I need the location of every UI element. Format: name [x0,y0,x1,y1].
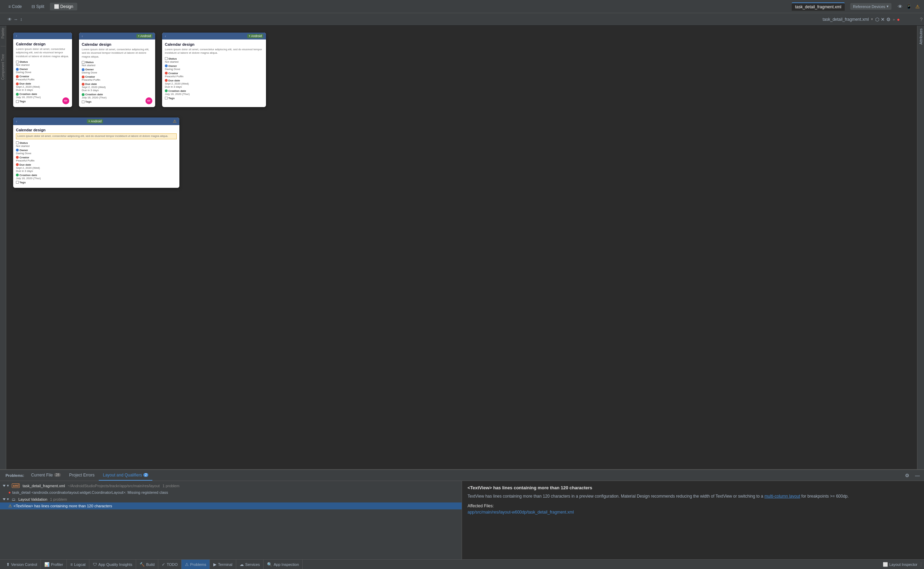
app-quality-label: App Quality Insights [99,563,132,567]
eye-icon[interactable]: 👁 [897,3,903,10]
status-app-inspection[interactable]: 🔍 App Inspection [264,560,303,569]
status-version-control[interactable]: ⬆ Version Control [3,560,41,569]
status-build[interactable]: 🔨 Build [136,560,158,569]
attributes-panel: Attributes [917,26,924,469]
tab-code[interactable]: ≡ Code [4,3,26,11]
layout-validation-text: Layout Validation [18,497,47,501]
card-header-warning: ‹ + Android ⚠ [13,117,179,125]
status-icon-l [165,57,168,60]
settings-icon[interactable]: ⚙ [886,17,891,22]
due-icon-w [16,163,19,166]
problem-item-coordinatorlayout[interactable]: ● task_detail <androidx.coordinatorlayou… [0,489,462,496]
status-layout-inspector[interactable]: ⬜ Layout Inspector [879,562,921,567]
reference-devices-button[interactable]: Reference Devices ▾ [850,3,891,10]
card-body-large: Calendar design Lorem ipsum dolor sit am… [162,40,266,103]
tab-split[interactable]: ⊟ Split [27,3,49,11]
minimize-icon-btn[interactable]: — [913,472,921,479]
settings-icon-btn[interactable]: ⚙ [904,472,911,479]
code-icon: ≡ [8,4,11,9]
app-quality-icon: 🛡 [93,562,97,567]
status-profiler[interactable]: 📊 Profiler [41,560,67,569]
task-detail-count: 1 problem [162,484,179,488]
owner-icon-m [82,68,85,71]
tab-current-file[interactable]: Current File 28 [27,470,65,481]
crosshair-icon[interactable]: ✕ [881,17,885,22]
tags-icon-s [16,100,19,103]
layout-validation-count: 1 problem [50,497,67,501]
canvas-area: ‹ Calendar design Lorem ipsum dolor sit … [6,26,917,469]
detail-title: <TextView> has lines containing more tha… [467,485,918,490]
editor-mode-tabs: ≡ Code ⊟ Split ⬜ Design [4,3,77,11]
filename-caret: ▾ [871,17,873,21]
terminal-label: Terminal [218,563,232,567]
owner-icon-l [165,64,168,67]
card-desc-highlighted: Lorem ipsum dolor sit amet, consectetur … [16,134,177,139]
creator-icon-m [82,76,85,78]
tab-project-errors[interactable]: Project Errors [65,470,99,481]
coordinatorlayout-error-text: task_detail <androidx.coordinatorlayout.… [12,490,168,494]
fit-icon[interactable]: ↔ [14,17,18,22]
due-icon-m [82,83,85,85]
current-file-badge: 28 [54,473,61,477]
card-close-large[interactable]: ‹ [165,34,166,38]
design-icon: ⬜ [54,4,59,9]
card-body-warning: Calendar design Lorem ipsum dolor sit am… [13,125,179,187]
phone-icon[interactable]: 📱 [905,3,913,10]
expand-icon-layout [3,498,6,501]
status-logcat[interactable]: ≡ Logcat [67,560,90,569]
constraint-icon[interactable]: ⬡ [875,17,879,22]
status-terminal[interactable]: ▶ Terminal [210,560,236,569]
status-app-quality[interactable]: 🛡 App Quality Insights [90,560,136,569]
android-badge-large: + Android [247,34,263,38]
problem-group-task-detail[interactable]: ▾ xml task_detail_fragment.xml ~/Android… [0,482,462,489]
top-toolbar: ≡ Code ⊟ Split ⬜ Design task_detail_frag… [0,0,924,13]
bottom-tabs-right: ⚙ — [904,472,921,479]
expand-icon-task-detail [3,485,6,487]
problem-group-layout-validation[interactable]: ▾ 🗂 Layout Validation 1 problem [0,496,462,502]
status-services[interactable]: ☁ Services [236,560,264,569]
android-badge-medium: + Android [137,34,152,38]
create-icon-w [16,173,19,176]
left-sidebar: Palette Component Tree [0,26,6,469]
logcat-icon: ≡ [70,562,73,567]
refresh-icon[interactable]: ↕ [20,17,22,22]
card-desc-medium: Lorem ipsum dolor sit amet, consectetur … [82,48,152,59]
todo-label: TODO [167,563,178,567]
problems-icon: ⚠ [185,562,189,567]
profiler-icon: 📊 [44,562,50,567]
sidebar-item-component-tree[interactable]: Component Tree [0,53,6,81]
zoom-icon[interactable]: 👁 [8,17,12,22]
tab-design[interactable]: ⬜ Design [50,3,77,11]
attributes-label[interactable]: Attributes [918,27,924,46]
tab-layout-qualifiers[interactable]: Layout and Qualifiers 2 [99,470,152,481]
problems-list: ▾ xml task_detail_fragment.xml ~/Android… [0,481,462,559]
affected-file-link[interactable]: app/src/main/res/layout-w600dp/task_deta… [467,510,918,514]
bottom-panel: Problems: Current File 28 Project Errors… [0,469,924,559]
file-tab-active[interactable]: task_detail_fragment.xml [792,2,845,11]
error-badge: ● [897,17,900,22]
card-title-warning: Calendar design [16,128,177,132]
status-problems[interactable]: ⚠ Problems [182,560,210,569]
card-close-small[interactable]: ‹ [16,34,17,38]
app-inspection-label: App Inspection [274,563,299,567]
owner-icon-w [16,149,19,151]
task-detail-filename: task_detail_fragment.xml [23,484,65,488]
status-todo[interactable]: ✓ TODO [158,560,182,569]
card-close-warning[interactable]: ‹ [16,120,17,123]
problem-item-textview-warning[interactable]: ⚠ <TextView> has lines containing more t… [0,502,462,510]
logcat-label: Logcat [74,563,85,567]
help-icon[interactable]: ? [920,17,922,22]
problems-status-label: Problems [190,563,206,567]
due-icon-l [165,79,168,82]
profiler-label: Profiler [51,563,63,567]
status-icon-w [16,141,19,144]
todo-icon: ✓ [162,562,165,567]
expand-chevron-layout: ▾ [7,497,9,501]
sidebar-item-palette[interactable]: Palette [0,27,6,39]
multi-column-link[interactable]: multi-column layout [764,494,800,499]
terminal-icon: ▶ [213,562,217,567]
create-icon-s [16,93,19,96]
card-close-medium[interactable]: ‹ [82,34,83,38]
version-control-label: Version Control [11,563,37,567]
detail-body: TextView has lines containing more than … [467,493,918,499]
